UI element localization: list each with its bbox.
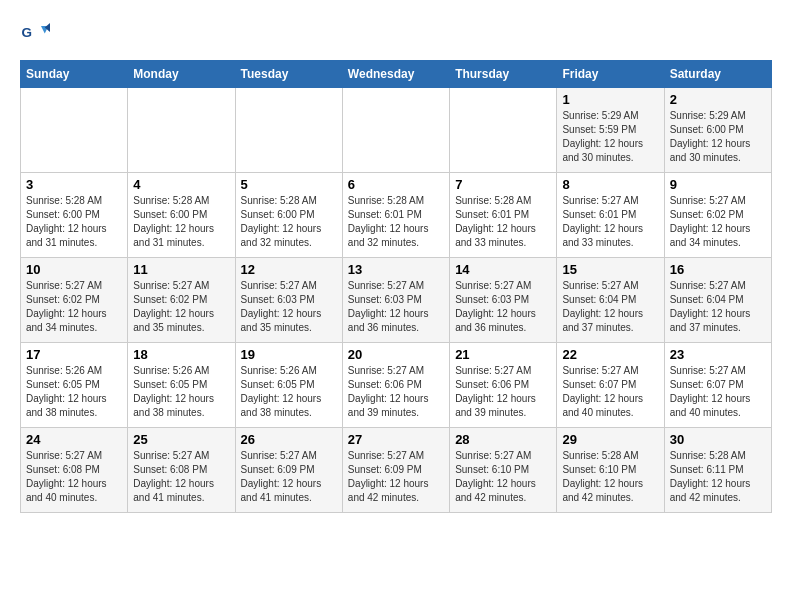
day-number: 17 (26, 347, 122, 362)
col-header-wednesday: Wednesday (342, 61, 449, 88)
col-header-friday: Friday (557, 61, 664, 88)
col-header-tuesday: Tuesday (235, 61, 342, 88)
day-info: Sunrise: 5:28 AM Sunset: 6:00 PM Dayligh… (241, 194, 337, 250)
logo: G (20, 20, 52, 50)
day-info: Sunrise: 5:29 AM Sunset: 5:59 PM Dayligh… (562, 109, 658, 165)
calendar-cell (21, 88, 128, 173)
day-info: Sunrise: 5:27 AM Sunset: 6:08 PM Dayligh… (26, 449, 122, 505)
calendar-cell: 11Sunrise: 5:27 AM Sunset: 6:02 PM Dayli… (128, 258, 235, 343)
day-info: Sunrise: 5:26 AM Sunset: 6:05 PM Dayligh… (133, 364, 229, 420)
calendar-cell: 6Sunrise: 5:28 AM Sunset: 6:01 PM Daylig… (342, 173, 449, 258)
day-number: 28 (455, 432, 551, 447)
day-number: 7 (455, 177, 551, 192)
day-info: Sunrise: 5:27 AM Sunset: 6:02 PM Dayligh… (26, 279, 122, 335)
calendar-cell: 27Sunrise: 5:27 AM Sunset: 6:09 PM Dayli… (342, 428, 449, 513)
day-number: 27 (348, 432, 444, 447)
day-info: Sunrise: 5:27 AM Sunset: 6:10 PM Dayligh… (455, 449, 551, 505)
calendar-cell (128, 88, 235, 173)
day-info: Sunrise: 5:27 AM Sunset: 6:03 PM Dayligh… (241, 279, 337, 335)
day-info: Sunrise: 5:28 AM Sunset: 6:11 PM Dayligh… (670, 449, 766, 505)
day-number: 30 (670, 432, 766, 447)
day-number: 20 (348, 347, 444, 362)
calendar-cell: 16Sunrise: 5:27 AM Sunset: 6:04 PM Dayli… (664, 258, 771, 343)
calendar-cell: 1Sunrise: 5:29 AM Sunset: 5:59 PM Daylig… (557, 88, 664, 173)
svg-text:G: G (22, 25, 33, 40)
calendar-cell: 14Sunrise: 5:27 AM Sunset: 6:03 PM Dayli… (450, 258, 557, 343)
calendar-cell: 7Sunrise: 5:28 AM Sunset: 6:01 PM Daylig… (450, 173, 557, 258)
day-info: Sunrise: 5:27 AM Sunset: 6:01 PM Dayligh… (562, 194, 658, 250)
day-info: Sunrise: 5:27 AM Sunset: 6:04 PM Dayligh… (670, 279, 766, 335)
day-info: Sunrise: 5:26 AM Sunset: 6:05 PM Dayligh… (241, 364, 337, 420)
calendar-cell: 9Sunrise: 5:27 AM Sunset: 6:02 PM Daylig… (664, 173, 771, 258)
calendar-cell: 28Sunrise: 5:27 AM Sunset: 6:10 PM Dayli… (450, 428, 557, 513)
calendar-cell (450, 88, 557, 173)
day-info: Sunrise: 5:27 AM Sunset: 6:06 PM Dayligh… (455, 364, 551, 420)
calendar-cell: 12Sunrise: 5:27 AM Sunset: 6:03 PM Dayli… (235, 258, 342, 343)
calendar-cell: 26Sunrise: 5:27 AM Sunset: 6:09 PM Dayli… (235, 428, 342, 513)
day-number: 22 (562, 347, 658, 362)
calendar-cell: 19Sunrise: 5:26 AM Sunset: 6:05 PM Dayli… (235, 343, 342, 428)
calendar-cell: 4Sunrise: 5:28 AM Sunset: 6:00 PM Daylig… (128, 173, 235, 258)
day-number: 9 (670, 177, 766, 192)
day-number: 18 (133, 347, 229, 362)
day-info: Sunrise: 5:28 AM Sunset: 6:01 PM Dayligh… (455, 194, 551, 250)
day-info: Sunrise: 5:27 AM Sunset: 6:06 PM Dayligh… (348, 364, 444, 420)
day-number: 29 (562, 432, 658, 447)
day-number: 23 (670, 347, 766, 362)
calendar-cell: 15Sunrise: 5:27 AM Sunset: 6:04 PM Dayli… (557, 258, 664, 343)
calendar-cell: 21Sunrise: 5:27 AM Sunset: 6:06 PM Dayli… (450, 343, 557, 428)
day-number: 5 (241, 177, 337, 192)
day-info: Sunrise: 5:28 AM Sunset: 6:00 PM Dayligh… (133, 194, 229, 250)
day-number: 2 (670, 92, 766, 107)
day-info: Sunrise: 5:27 AM Sunset: 6:09 PM Dayligh… (348, 449, 444, 505)
day-number: 16 (670, 262, 766, 277)
day-info: Sunrise: 5:27 AM Sunset: 6:03 PM Dayligh… (455, 279, 551, 335)
day-number: 15 (562, 262, 658, 277)
day-info: Sunrise: 5:28 AM Sunset: 6:00 PM Dayligh… (26, 194, 122, 250)
calendar-cell: 3Sunrise: 5:28 AM Sunset: 6:00 PM Daylig… (21, 173, 128, 258)
day-info: Sunrise: 5:28 AM Sunset: 6:01 PM Dayligh… (348, 194, 444, 250)
calendar-cell: 20Sunrise: 5:27 AM Sunset: 6:06 PM Dayli… (342, 343, 449, 428)
day-number: 13 (348, 262, 444, 277)
col-header-thursday: Thursday (450, 61, 557, 88)
day-number: 19 (241, 347, 337, 362)
day-info: Sunrise: 5:27 AM Sunset: 6:09 PM Dayligh… (241, 449, 337, 505)
calendar-cell: 13Sunrise: 5:27 AM Sunset: 6:03 PM Dayli… (342, 258, 449, 343)
day-number: 24 (26, 432, 122, 447)
calendar-cell: 24Sunrise: 5:27 AM Sunset: 6:08 PM Dayli… (21, 428, 128, 513)
calendar-cell: 22Sunrise: 5:27 AM Sunset: 6:07 PM Dayli… (557, 343, 664, 428)
day-number: 26 (241, 432, 337, 447)
day-number: 14 (455, 262, 551, 277)
day-info: Sunrise: 5:27 AM Sunset: 6:08 PM Dayligh… (133, 449, 229, 505)
day-number: 21 (455, 347, 551, 362)
day-number: 8 (562, 177, 658, 192)
calendar-cell (235, 88, 342, 173)
day-number: 6 (348, 177, 444, 192)
day-info: Sunrise: 5:28 AM Sunset: 6:10 PM Dayligh… (562, 449, 658, 505)
calendar-cell: 8Sunrise: 5:27 AM Sunset: 6:01 PM Daylig… (557, 173, 664, 258)
day-number: 10 (26, 262, 122, 277)
day-info: Sunrise: 5:27 AM Sunset: 6:07 PM Dayligh… (670, 364, 766, 420)
calendar-cell: 25Sunrise: 5:27 AM Sunset: 6:08 PM Dayli… (128, 428, 235, 513)
day-number: 25 (133, 432, 229, 447)
calendar-cell: 18Sunrise: 5:26 AM Sunset: 6:05 PM Dayli… (128, 343, 235, 428)
day-info: Sunrise: 5:29 AM Sunset: 6:00 PM Dayligh… (670, 109, 766, 165)
day-number: 11 (133, 262, 229, 277)
day-number: 4 (133, 177, 229, 192)
calendar-cell: 10Sunrise: 5:27 AM Sunset: 6:02 PM Dayli… (21, 258, 128, 343)
col-header-saturday: Saturday (664, 61, 771, 88)
col-header-sunday: Sunday (21, 61, 128, 88)
day-info: Sunrise: 5:27 AM Sunset: 6:02 PM Dayligh… (670, 194, 766, 250)
day-number: 12 (241, 262, 337, 277)
day-number: 3 (26, 177, 122, 192)
calendar-cell (342, 88, 449, 173)
day-info: Sunrise: 5:27 AM Sunset: 6:02 PM Dayligh… (133, 279, 229, 335)
calendar-cell: 5Sunrise: 5:28 AM Sunset: 6:00 PM Daylig… (235, 173, 342, 258)
calendar-cell: 2Sunrise: 5:29 AM Sunset: 6:00 PM Daylig… (664, 88, 771, 173)
day-info: Sunrise: 5:27 AM Sunset: 6:07 PM Dayligh… (562, 364, 658, 420)
calendar-cell: 23Sunrise: 5:27 AM Sunset: 6:07 PM Dayli… (664, 343, 771, 428)
col-header-monday: Monday (128, 61, 235, 88)
day-info: Sunrise: 5:26 AM Sunset: 6:05 PM Dayligh… (26, 364, 122, 420)
logo-icon: G (20, 20, 50, 50)
calendar-cell: 29Sunrise: 5:28 AM Sunset: 6:10 PM Dayli… (557, 428, 664, 513)
